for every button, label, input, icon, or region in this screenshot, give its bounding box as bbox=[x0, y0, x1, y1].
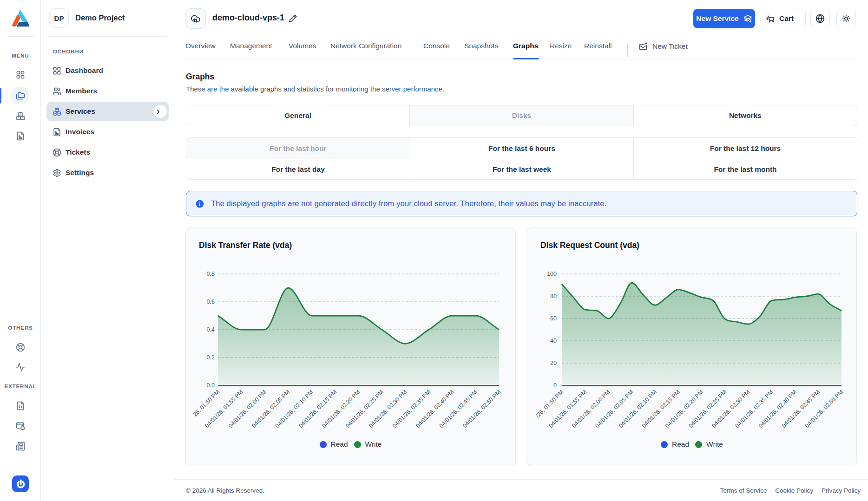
svg-text:0.8: 0.8 bbox=[207, 271, 215, 277]
svg-text:100: 100 bbox=[547, 271, 557, 277]
svg-text:0: 0 bbox=[553, 382, 557, 389]
svg-text:0.0: 0.0 bbox=[207, 382, 215, 389]
svg-text:80: 80 bbox=[550, 293, 557, 299]
svg-text:0.2: 0.2 bbox=[207, 354, 215, 361]
svg-text:20: 20 bbox=[550, 360, 557, 366]
svg-text:40: 40 bbox=[550, 338, 557, 344]
svg-text:0.6: 0.6 bbox=[207, 299, 215, 305]
svg-text:0.4: 0.4 bbox=[207, 326, 215, 333]
svg-text:60: 60 bbox=[550, 315, 557, 322]
